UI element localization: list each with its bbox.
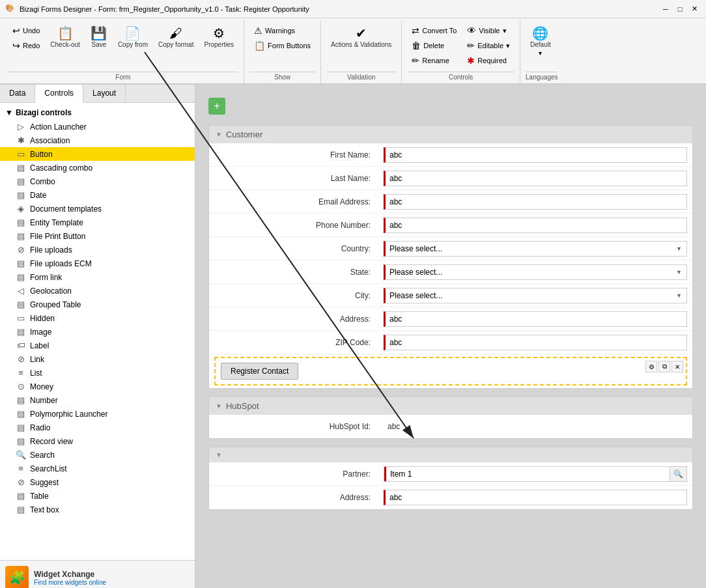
sidebar-item-button[interactable]: ▭ Button xyxy=(0,147,195,161)
sidebar-item-geolocation[interactable]: ◁ Geolocation xyxy=(0,284,195,298)
field-country: Country: Please select... xyxy=(209,237,692,260)
sidebar-item-file-print-button[interactable]: ▤ File Print Button xyxy=(0,229,195,243)
label-partner-address: Address: xyxy=(209,489,378,506)
sidebar-item-search[interactable]: 🔍 Search xyxy=(0,448,195,462)
ribbon-group-validation: ✔ Actions & Validations Validation xyxy=(321,21,402,83)
button-row-register: Register Contact ⚙ ⧉ ✕ xyxy=(214,357,687,385)
sidebar-item-radio[interactable]: ▤ Radio xyxy=(0,421,195,434)
search-icon: 🔍 xyxy=(16,450,26,460)
close-button[interactable]: ✕ xyxy=(688,3,701,16)
sidebar-item-number[interactable]: ▤ Number xyxy=(0,393,195,407)
sidebar-item-record-view[interactable]: ▤ Record view xyxy=(0,434,195,448)
maximize-button[interactable]: □ xyxy=(673,3,686,16)
tab-layout[interactable]: Layout xyxy=(83,85,126,102)
sidebar-item-searchlist[interactable]: ≡ SearchList xyxy=(0,462,195,475)
sidebar-item-file-uploads-ecm[interactable]: ▤ File uploads ECM xyxy=(0,257,195,270)
section-hubspot-header[interactable]: ▼ HubSpot xyxy=(209,397,692,415)
search-partner-button[interactable]: 🔍 xyxy=(670,467,686,481)
sidebar-item-form-link[interactable]: ▤ Form link xyxy=(0,270,195,284)
copy-format-button[interactable]: 🖌 Copy format xyxy=(154,23,198,51)
sidebar-item-hidden[interactable]: ▭ Hidden xyxy=(0,311,195,325)
sidebar-item-label: Record view xyxy=(30,437,73,446)
save-button[interactable]: 💾 Save xyxy=(86,23,112,51)
sidebar-item-polymorphic-launcher[interactable]: ▤ Polymorphic Launcher xyxy=(0,407,195,421)
required-icon: ✱ xyxy=(467,55,475,66)
default-button[interactable]: 🌐 Default ▾ xyxy=(526,23,556,60)
required-button[interactable]: ✱ Required xyxy=(462,53,515,68)
settings-small-icon[interactable]: ⚙ xyxy=(645,361,657,372)
field-city: City: Please select... xyxy=(209,284,692,307)
sidebar-item-date[interactable]: ▤ Date xyxy=(0,188,195,202)
input-first-name[interactable] xyxy=(384,147,687,163)
entity-template-icon: ▤ xyxy=(16,217,26,227)
section-customer-header[interactable]: ▼ Customer xyxy=(209,126,692,143)
sidebar-item-suggest[interactable]: ⊘ Suggest xyxy=(0,475,195,489)
register-contact-button[interactable]: Register Contact xyxy=(221,363,298,380)
input-partner[interactable] xyxy=(384,467,670,481)
minimize-button[interactable]: ─ xyxy=(659,3,672,16)
copy-from-icon: 📄 xyxy=(124,27,141,40)
rename-button[interactable]: ✏ Rename xyxy=(407,53,461,68)
input-email[interactable] xyxy=(384,194,687,210)
form-buttons-button[interactable]: 📋 Form Buttons xyxy=(249,38,315,53)
sidebar-item-association[interactable]: ✱ Association xyxy=(0,133,195,147)
date-icon: ▤ xyxy=(16,190,26,200)
tab-data[interactable]: Data xyxy=(0,85,35,102)
sidebar-item-text-box[interactable]: ▤ Text box xyxy=(0,503,195,516)
visible-button[interactable]: 👁 Visible ▾ xyxy=(462,23,515,38)
sidebar-item-label[interactable]: 🏷 Label xyxy=(0,339,195,352)
field-last-name: Last Name: xyxy=(209,167,692,190)
sidebar-item-label: File uploads xyxy=(30,245,72,255)
sidebar-item-link[interactable]: ⊘ Link xyxy=(0,352,195,366)
select-country[interactable]: Please select... xyxy=(384,241,687,257)
sidebar-item-money[interactable]: ⊙ Money xyxy=(0,380,195,393)
input-zip[interactable] xyxy=(384,335,687,350)
delete-button[interactable]: 🗑 Delete xyxy=(407,38,461,53)
undo-button[interactable]: ↩ Undo xyxy=(8,23,44,38)
window-controls: ─ □ ✕ xyxy=(659,3,701,16)
sidebar-item-action-launcher[interactable]: ▷ Action Launcher xyxy=(0,120,195,133)
sidebar-item-cascading-combo[interactable]: ▤ Cascading combo xyxy=(0,161,195,175)
section-hubspot: ▼ HubSpot HubSpot Id: abc xyxy=(208,397,693,439)
convert-to-button[interactable]: ⇄ Convert To xyxy=(407,23,461,38)
copy-small-icon[interactable]: ⧉ xyxy=(658,361,670,372)
section-partner-header[interactable]: ▼ xyxy=(209,447,692,462)
select-city[interactable]: Please select... xyxy=(384,288,687,303)
delete-icon: 🗑 xyxy=(412,40,421,51)
widget-subtitle[interactable]: Find more widgets online xyxy=(34,579,106,586)
redo-button[interactable]: ↪ Redo xyxy=(8,38,44,53)
sidebar-item-entity-template[interactable]: ▤ Entity Template xyxy=(0,216,195,229)
sidebar-item-file-uploads[interactable]: ⊘ File uploads xyxy=(0,243,195,257)
search-field-wrapper: 🔍 xyxy=(384,466,687,482)
hidden-icon: ▭ xyxy=(16,313,26,323)
sidebar-item-combo[interactable]: ▤ Combo xyxy=(0,175,195,188)
add-tab-button[interactable]: + xyxy=(208,98,225,115)
undo-icon: ↩ xyxy=(12,25,20,36)
delete-small-icon[interactable]: ✕ xyxy=(671,361,683,372)
sidebar-item-grouped-table[interactable]: ▤ Grouped Table xyxy=(0,298,195,311)
add-tab-area: + xyxy=(208,98,693,120)
actions-validations-button[interactable]: ✔ Actions & Validations xyxy=(326,23,396,51)
sidebar-item-label: List xyxy=(30,369,42,378)
label-icon: 🏷 xyxy=(16,341,26,350)
sidebar-item-label: Link xyxy=(30,355,44,364)
editable-button[interactable]: ✏ Editable ▾ xyxy=(462,38,515,53)
tree-root-header[interactable]: ▼ Bizagi controls xyxy=(0,105,195,120)
input-partner-address[interactable] xyxy=(384,490,687,505)
input-phone[interactable] xyxy=(384,217,687,233)
sidebar-item-label: Money xyxy=(30,382,53,391)
select-state[interactable]: Please select... xyxy=(384,264,687,280)
ribbon-buttons-controls: ⇄ Convert To 🗑 Delete ✏ Rename 👁 Visible… xyxy=(407,21,515,70)
sidebar-item-table[interactable]: ▤ Table xyxy=(0,489,195,503)
properties-button[interactable]: ⚙ Properties xyxy=(199,23,238,51)
input-last-name[interactable] xyxy=(384,171,687,186)
checkout-button[interactable]: 📋 Check-out xyxy=(46,23,85,51)
sidebar-item-list[interactable]: ≡ List xyxy=(0,366,195,380)
copy-from-button[interactable]: 📄 Copy from xyxy=(113,23,152,51)
input-address[interactable] xyxy=(384,311,687,327)
sidebar-item-document-templates[interactable]: ◈ Document templates xyxy=(0,202,195,216)
warnings-button[interactable]: ⚠ Warnings xyxy=(249,23,315,38)
sidebar-item-label: Action Launcher xyxy=(30,122,87,132)
sidebar-item-image[interactable]: ▤ Image xyxy=(0,325,195,339)
tab-controls[interactable]: Controls xyxy=(35,85,83,103)
